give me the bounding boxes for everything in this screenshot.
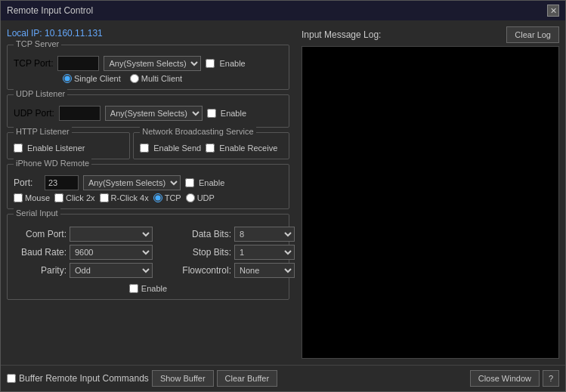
- iphone-port-label: Port:: [14, 177, 40, 188]
- mouse-option[interactable]: Mouse: [14, 193, 50, 202]
- iphone-enable-label: Enable: [199, 178, 224, 187]
- http-listener-label: HTTP Listener: [14, 127, 72, 136]
- enable-receive-checkbox[interactable]: [206, 144, 215, 153]
- left-panel: Local IP: 10.160.11.131 TCP Server TCP P…: [1, 20, 295, 365]
- http-enable-label: Enable Listener: [27, 144, 85, 153]
- log-label: Input Message Log:: [302, 29, 381, 40]
- parity-select[interactable]: NoneOddEven: [70, 263, 153, 278]
- iphone-controls-row: Mouse Click 2x R-Click 4x TCP: [14, 193, 283, 202]
- tcp-port-input[interactable]: [57, 56, 99, 71]
- udp-radio[interactable]: [186, 193, 195, 202]
- iphone-port-row: Port: Any(System Selects) Enable: [14, 175, 283, 190]
- tcp-port-row: TCP Port: Any(System Selects) Enable: [14, 56, 283, 71]
- local-ip-label: Local IP:: [7, 28, 42, 39]
- tcp-server-label: TCP Server: [14, 39, 61, 48]
- footer: Buffer Remote Input Commands Show Buffer…: [1, 365, 565, 391]
- http-network-row: HTTP Listener Enable Listener Network Br…: [7, 132, 289, 159]
- enable-receive-label: Enable Receive: [219, 144, 277, 153]
- udp-listener-group: UDP Listener UDP Port: Any(System Select…: [7, 94, 289, 128]
- parity-label: Parity:: [14, 265, 66, 276]
- footer-right: Close Window ?: [470, 370, 559, 387]
- multi-client-radio[interactable]: [130, 74, 139, 83]
- baud-rate-label: Baud Rate:: [14, 247, 66, 258]
- stop-bits-select[interactable]: 12: [234, 245, 295, 260]
- com-port-label: Com Port:: [14, 229, 66, 239]
- network-broadcasting-label: Network Broadcasting Service: [140, 127, 255, 136]
- serial-enable-checkbox[interactable]: [129, 284, 138, 293]
- flowcontrol-select[interactable]: NoneXON/XOFFRTS/CTS: [234, 263, 295, 278]
- window-close-button[interactable]: ✕: [547, 5, 559, 17]
- udp-option[interactable]: UDP: [186, 193, 215, 202]
- serial-input-group: Serial Input Com Port: Data Bits: 8765 B…: [7, 214, 289, 300]
- flowcontrol-label: Flowcontrol:: [171, 265, 231, 276]
- tcp-radio[interactable]: [153, 193, 162, 202]
- serial-enable-row: Enable: [14, 284, 283, 293]
- baud-rate-select[interactable]: 96001920038400: [70, 245, 153, 260]
- rclick4-checkbox[interactable]: [100, 193, 109, 202]
- single-client-option[interactable]: Single Client: [63, 74, 121, 83]
- buffer-commands-checkbox[interactable]: [7, 374, 16, 383]
- click2-option[interactable]: Click 2x: [54, 193, 95, 202]
- main-content: Local IP: 10.160.11.131 TCP Server TCP P…: [1, 20, 565, 365]
- main-window: Remote Input Control ✕ Local IP: 10.160.…: [0, 0, 566, 392]
- http-enable-checkbox[interactable]: [14, 144, 23, 153]
- iphone-enable-checkbox[interactable]: [185, 178, 194, 187]
- tcp-client-mode-row: Single Client Multi Client: [14, 74, 283, 83]
- tcp-option[interactable]: TCP: [153, 193, 181, 202]
- window-title: Remote Input Control: [7, 5, 93, 16]
- udp-port-row: UDP Port: Any(System Selects) Enable: [14, 106, 283, 121]
- clear-buffer-button[interactable]: Clear Buffer: [217, 370, 278, 387]
- tcp-enable-label: Enable: [219, 59, 245, 68]
- iphone-port-input[interactable]: [45, 175, 79, 190]
- udp-port-input[interactable]: [59, 106, 101, 121]
- click2-checkbox[interactable]: [54, 193, 63, 202]
- help-button[interactable]: ?: [543, 370, 559, 387]
- tcp-server-group: TCP Server TCP Port: Any(System Selects)…: [7, 45, 289, 90]
- close-window-button[interactable]: Close Window: [470, 370, 540, 387]
- udp-adapter-select[interactable]: Any(System Selects): [105, 106, 203, 121]
- network-broadcasting-group: Network Broadcasting Service Enable Send…: [133, 132, 289, 159]
- tcp-adapter-select[interactable]: Any(System Selects): [104, 56, 201, 71]
- rclick4-option[interactable]: R-Click 4x: [100, 193, 149, 202]
- clear-log-button[interactable]: Clear Log: [506, 26, 559, 43]
- footer-left: Buffer Remote Input Commands Show Buffer…: [7, 370, 277, 387]
- show-buffer-button[interactable]: Show Buffer: [152, 370, 214, 387]
- serial-enable-label: Enable: [141, 284, 167, 293]
- udp-port-label: UDP Port:: [14, 108, 54, 119]
- mouse-checkbox[interactable]: [14, 193, 23, 202]
- log-header: Input Message Log: Clear Log: [302, 26, 559, 43]
- enable-send-checkbox[interactable]: [140, 144, 149, 153]
- http-listener-group: HTTP Listener Enable Listener: [7, 132, 130, 159]
- udp-enable-label: Enable: [221, 109, 246, 118]
- single-client-radio[interactable]: [63, 74, 72, 83]
- tcp-port-label: TCP Port:: [14, 58, 53, 69]
- iphone-adapter-select[interactable]: Any(System Selects): [83, 175, 181, 190]
- right-panel: Input Message Log: Clear Log: [295, 20, 565, 365]
- buffer-commands-label: Buffer Remote Input Commands: [19, 373, 149, 384]
- stop-bits-label: Stop Bits:: [171, 247, 231, 258]
- network-enable-row: Enable Send Enable Receive: [140, 144, 283, 153]
- local-ip-value: 10.160.11.131: [45, 28, 103, 39]
- multi-client-option[interactable]: Multi Client: [130, 74, 182, 83]
- title-bar: Remote Input Control ✕: [1, 1, 565, 20]
- log-area: [302, 46, 559, 359]
- serial-input-label: Serial Input: [14, 208, 60, 218]
- iphone-remote-label: iPhone WD Remote: [14, 159, 91, 168]
- http-enable-row: Enable Listener: [14, 144, 123, 153]
- udp-enable-checkbox[interactable]: [207, 109, 216, 118]
- local-ip: Local IP: 10.160.11.131: [7, 26, 289, 40]
- data-bits-select[interactable]: 8765: [234, 227, 295, 242]
- data-bits-label: Data Bits:: [171, 229, 231, 239]
- com-port-select[interactable]: [70, 227, 153, 242]
- iphone-remote-group: iPhone WD Remote Port: Any(System Select…: [7, 164, 289, 209]
- udp-listener-label: UDP Listener: [14, 89, 67, 98]
- tcp-enable-checkbox[interactable]: [206, 59, 215, 68]
- enable-send-label: Enable Send: [153, 144, 201, 153]
